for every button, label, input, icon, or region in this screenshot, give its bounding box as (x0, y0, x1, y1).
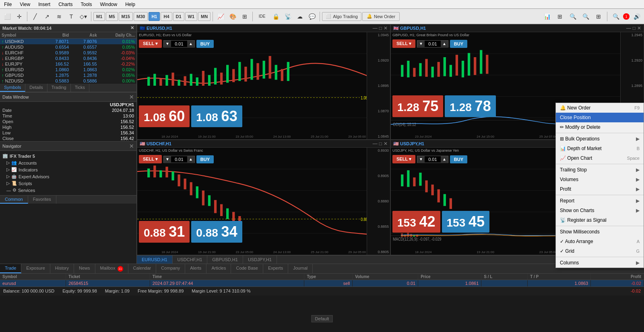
market-watch-row-eurusd[interactable]: ↑ EURUSD 1.0860 1.0863 0.02% (0, 67, 136, 72)
chart-eurusd[interactable]: 🇪🇺 EURUSD,H1 — □ ✕ EURUSD, H1; Euro vs U… (137, 24, 390, 140)
algo-trading-button[interactable]: ⬜ Algo Trading (322, 12, 361, 21)
menu-charts[interactable]: Charts (54, 1, 76, 8)
toolbar-crosshair[interactable]: ✛ (14, 11, 25, 22)
mw-tab-trading[interactable]: Trading (47, 84, 71, 92)
chart-usdchf-body[interactable]: USDCHF, H1; US Dollar vs Swiss Franc SEL… (137, 148, 390, 255)
ctx-modify-delete[interactable]: ✏ Modify or Delete (556, 122, 644, 132)
usdjpy-sell-button[interactable]: SELL ▾ (392, 155, 415, 163)
toolbar-color[interactable]: 🎨 (227, 11, 238, 22)
terminal-tab-news[interactable]: News (74, 264, 95, 273)
nav-tab-favorites[interactable]: Favorites (28, 196, 56, 204)
usdchf-buy-button[interactable]: BUY (196, 155, 214, 163)
gbpusd-buy-button[interactable]: BUY (450, 40, 467, 48)
terminal-tab-codebase[interactable]: Code Base (231, 264, 263, 273)
toolbar-tf-m15[interactable]: M15 (119, 12, 133, 21)
nav-root[interactable]: 🏢 IFX Trader 5 (0, 153, 136, 159)
mw-tab-ticks[interactable]: Ticks (71, 84, 89, 92)
terminal-tab-exposure[interactable]: Exposure (21, 264, 50, 273)
chart-close-btn[interactable]: ✕ (384, 25, 388, 31)
mw-tab-details[interactable]: Details (25, 84, 47, 92)
toolbar-indicators[interactable]: 📊 (541, 11, 553, 22)
chart-gbpusd-max[interactable]: □ (633, 25, 636, 31)
chart-eurusd-body[interactable]: EURUSD, H1; Euro vs US Dollar SELL ▾ ▼ 0… (137, 32, 390, 139)
gbpusd-sell-button[interactable]: SELL ▾ (392, 39, 415, 48)
ctx-show-on-charts[interactable]: Show on Charts ▶ (556, 206, 644, 215)
menu-help[interactable]: Help (121, 1, 139, 8)
menu-file[interactable]: File (0, 1, 16, 8)
toolbar-trendline[interactable]: ↗ (41, 11, 53, 22)
toolbar-objects[interactable]: ⊞ (554, 11, 566, 22)
toolbar-fibline[interactable]: ≋ (54, 11, 65, 22)
market-watch-row-nzdusd[interactable]: ↑ NZDUSD 0.5883 0.5886 0.00% (0, 78, 136, 84)
chart-tab-eurusd[interactable]: EURUSD,H1 (137, 256, 173, 264)
new-order-button[interactable]: 🔔 New Order (362, 12, 400, 21)
eurusd-buy-button[interactable]: BUY (196, 40, 214, 48)
toolbar-shapes[interactable]: ◇▾ (78, 11, 89, 22)
eurusd-sell-button[interactable]: SELL ▾ (139, 39, 162, 48)
toolbar-zoom-out[interactable]: 🔍 (580, 11, 591, 22)
usdchf-lot-up[interactable]: ▲ (187, 156, 194, 162)
ctx-trailing-stop[interactable]: Trailing Stop ▶ (556, 165, 644, 175)
toolbar-tf-d1[interactable]: D1 (173, 12, 184, 21)
usdjpy-buy-button[interactable]: BUY (450, 155, 467, 163)
toolbar-tf-h1[interactable]: H1 (149, 12, 160, 21)
toolbar-zoom-in[interactable]: 🔍 (567, 11, 578, 22)
ctx-depth-of-market[interactable]: 📊 Depth of Market B (556, 144, 644, 153)
menu-window[interactable]: Window (96, 1, 122, 8)
toolbar-4windows[interactable]: ⊞ (593, 11, 604, 22)
toolbar-new-chart[interactable]: ⬜ (2, 11, 13, 22)
toolbar-lock[interactable]: 🔒 (270, 11, 281, 22)
ctx-show-milliseconds[interactable]: Show Milliseconds (556, 227, 644, 237)
toolbar-text[interactable]: T (66, 11, 77, 22)
market-watch-row-eurjpy[interactable]: ↓ EURJPY 166.52 166.55 -0.22% (0, 61, 136, 67)
toolbar-tf-m5[interactable]: M5 (106, 12, 118, 21)
chart-usdchf-min[interactable]: — (373, 141, 378, 146)
nav-tab-common[interactable]: Common (0, 196, 28, 204)
terminal-tab-calendar[interactable]: Calendar (128, 264, 157, 273)
mw-tab-symbols[interactable]: Symbols (0, 84, 25, 92)
terminal-tab-experts[interactable]: Experts (263, 264, 288, 273)
usdjpy-lot-up[interactable]: ▲ (441, 156, 448, 162)
ctx-close-position[interactable]: Close Position (556, 113, 644, 122)
chart-minimize-btn[interactable]: — (373, 25, 378, 31)
eurusd-lot-up[interactable]: ▲ (187, 41, 194, 47)
nav-services[interactable]: — ⚙ Services (0, 187, 136, 194)
ctx-register-signal[interactable]: 📡 Register as Signal (556, 215, 644, 225)
chart-gbpusd-min[interactable]: — (626, 25, 631, 31)
terminal-tab-articles[interactable]: Articles (206, 264, 231, 273)
ctx-columns[interactable]: Columns ▶ (556, 258, 644, 268)
toolbar-chat[interactable]: 💬 (306, 11, 318, 22)
terminal-tab-company[interactable]: Company (156, 264, 185, 273)
toolbar-volume[interactable]: 🔊 (631, 11, 642, 22)
trade-row-eurusd[interactable]: eurusd 26584515 2024.07.29 07:47:44 sell… (0, 280, 644, 287)
nav-indicators[interactable]: ▷ 📈 Indicators (0, 166, 136, 173)
toolbar-cloud[interactable]: ☁ (294, 11, 305, 22)
eurusd-lot-down[interactable]: ▼ (164, 41, 171, 47)
menu-insert[interactable]: Insert (34, 1, 54, 8)
toolbar-signal[interactable]: 📡 (282, 11, 293, 22)
ctx-volumes[interactable]: Volumes ▶ (556, 175, 644, 184)
nav-scripts[interactable]: ▷ 📜 Scripts (0, 180, 136, 187)
ctx-bulk-operations[interactable]: ⊞ Bulk Operations ▶ (556, 134, 644, 144)
usdchf-sell-button[interactable]: SELL ▾ (139, 155, 162, 163)
data-window-close[interactable]: ✕ (129, 94, 134, 100)
market-watch-row-gbpusd[interactable]: ↑ GBPUSD 1.2875 1.2878 0.05% (0, 72, 136, 78)
menu-view[interactable]: View (16, 1, 34, 8)
chart-usdchf[interactable]: 🇺🇸 USDCHF,H1 — □ ✕ USDCHF, H1; US Dollar… (137, 140, 390, 255)
toolbar-line[interactable]: ╱ (29, 11, 41, 22)
menu-tools[interactable]: Tools (77, 1, 96, 8)
toolbar-grid[interactable]: ⊞ (239, 11, 250, 22)
chart-maximize-btn[interactable]: □ (379, 25, 382, 31)
ctx-profit[interactable]: Profit ▶ (556, 184, 644, 194)
chart-tab-usdchf[interactable]: USDCHF,H1 (173, 256, 208, 264)
nav-expert-advisors[interactable]: ▷ 🤖 Expert Advisors (0, 173, 136, 180)
toolbar-chart-type[interactable]: 📈 (215, 11, 226, 22)
ctx-open-chart[interactable]: 📈 Open Chart Space (556, 153, 644, 163)
ctx-auto-arrange[interactable]: ✓ Auto Arrange A (556, 237, 644, 246)
gbpusd-lot-up[interactable]: ▲ (441, 41, 448, 47)
toolbar-tf-mn[interactable]: MN (198, 12, 211, 21)
toolbar-tf-h4[interactable]: H4 (161, 12, 172, 21)
ctx-grid[interactable]: ✓ Grid G (556, 246, 644, 256)
notification-badge[interactable]: 1 (623, 13, 630, 20)
toolbar-search[interactable]: 🔍 (610, 11, 621, 22)
